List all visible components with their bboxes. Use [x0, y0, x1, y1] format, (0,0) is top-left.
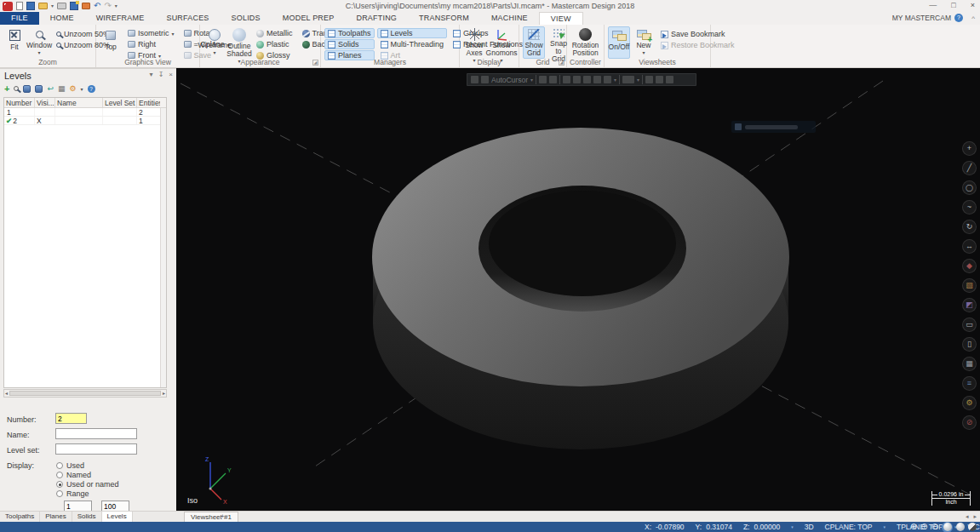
shaded-outline-icon[interactable]	[956, 523, 965, 531]
minimize-button[interactable]: —	[929, 2, 937, 9]
layers-icon[interactable]: ≡	[962, 376, 977, 391]
zip2go-icon[interactable]	[82, 3, 90, 9]
gear-icon[interactable]: ⚙	[962, 396, 977, 410]
radio-range[interactable]: Range	[56, 489, 89, 498]
customize-toolbar-icon[interactable]: ▾	[115, 3, 117, 9]
overlay-icon[interactable]	[604, 76, 611, 83]
tab-scroll-right-icon[interactable]: ▸	[973, 512, 977, 522]
rotation-position-button[interactable]: Rotation Position	[570, 26, 600, 59]
circle-icon[interactable]: ◯	[962, 180, 977, 195]
scroll-right-icon[interactable]: ▸	[163, 391, 165, 396]
grid-dialog-launcher-icon[interactable]: ◢	[559, 60, 565, 66]
panel-tab-levels[interactable]: Levels	[102, 512, 133, 522]
gear-dropdown-icon[interactable]: ▾	[81, 86, 83, 92]
help-icon[interactable]: ?	[954, 14, 963, 22]
y-coordinate[interactable]: Y:0.31074	[696, 523, 732, 531]
save-bookmark-button[interactable]: Save Bookmark	[657, 29, 738, 39]
horizontal-scrollbar[interactable]: ◂ ▸	[3, 389, 167, 398]
wireframe-button[interactable]: Wireframe▾	[203, 26, 226, 59]
tab-scroll-left-icon[interactable]: ◂	[966, 512, 969, 522]
restore-button[interactable]: □	[951, 2, 955, 9]
tab-solids[interactable]: SOLIDS	[221, 12, 272, 25]
overlay-icon[interactable]	[481, 76, 489, 83]
radio-used[interactable]: Used	[56, 461, 84, 470]
hidden-wireframe-globe-icon[interactable]: ⊕	[920, 523, 927, 531]
print-icon[interactable]	[57, 3, 66, 9]
wireframe-globe-icon[interactable]: ⊕	[910, 523, 917, 531]
overlay-icon[interactable]	[471, 76, 479, 83]
new-viewsheet-button[interactable]: + New▾	[633, 26, 655, 59]
cplane-selector[interactable]: CPLANE: TOP	[825, 523, 873, 531]
viewsheets-onoff-button[interactable]: On/Off	[608, 26, 630, 59]
ribbon-collapse-icon[interactable]: ^	[971, 14, 975, 22]
rotate-icon[interactable]: ↻	[962, 220, 977, 234]
metallic-button[interactable]: Metallic	[253, 28, 296, 38]
panel-tab-toolpaths[interactable]: Toolpaths	[0, 512, 40, 522]
mode-2d3d-toggle[interactable]: 3D	[805, 523, 814, 531]
overlay-icon[interactable]	[656, 76, 663, 83]
material-icon[interactable]: ▧	[962, 278, 977, 293]
panel-menu-icon[interactable]: ▾	[150, 72, 153, 78]
dimension-icon[interactable]: ↔	[962, 239, 977, 254]
my-mastercam[interactable]: MY MASTERCAM ?	[892, 14, 963, 22]
disable-icon[interactable]: ⊘	[962, 415, 977, 430]
add-icon[interactable]: +	[962, 141, 977, 156]
save-icon[interactable]	[26, 2, 35, 10]
x-coordinate[interactable]: X:-0.07890	[645, 523, 685, 531]
level-set-input[interactable]	[55, 443, 137, 455]
fit-button[interactable]: Fit	[3, 26, 26, 59]
overlay-icon[interactable]	[549, 76, 557, 83]
viewport-canvas[interactable]: Z Y X	[176, 68, 980, 511]
graphics-viewport[interactable]: Z Y X AutoCursor ▾ ▾ ▾ + ╱	[176, 68, 980, 511]
add-viewsheet-button[interactable]: +	[216, 512, 229, 522]
autocursor-dropdown-icon[interactable]: ▾	[530, 77, 533, 83]
tab-drafting[interactable]: DRAFTING	[345, 12, 408, 25]
level-column-icon[interactable]	[35, 85, 43, 93]
show-grid-button[interactable]: Show Grid	[523, 26, 545, 59]
levels-manager-button[interactable]: Levels	[377, 28, 448, 38]
spline-icon[interactable]: ~	[962, 200, 977, 215]
overlay-icon[interactable]	[573, 76, 581, 83]
autocursor-overlay-toolbar[interactable]: AutoCursor ▾ ▾ ▾	[467, 73, 696, 86]
gem-icon[interactable]: ◆	[962, 259, 977, 273]
save-as-icon[interactable]	[70, 2, 78, 10]
z-coordinate[interactable]: Z:0.00000	[743, 523, 780, 531]
tab-surfaces[interactable]: SURFACES	[155, 12, 220, 25]
analyze-icon[interactable]: ╱	[962, 161, 977, 175]
tab-view[interactable]: VIEW	[539, 12, 583, 25]
table-row[interactable]: 1 2	[4, 108, 166, 117]
close-button[interactable]: ×	[971, 2, 975, 9]
radio-named[interactable]: Named	[56, 471, 91, 479]
tab-file[interactable]: FILE	[0, 12, 39, 25]
caret-icon[interactable]: ▾	[791, 524, 794, 529]
outline-globe-icon[interactable]: ⊖	[931, 523, 938, 531]
table-row[interactable]: ✔2 X 1	[4, 117, 166, 125]
overlay-icon[interactable]	[622, 76, 634, 83]
plastic-button[interactable]: Plastic	[253, 39, 296, 49]
display-options-icon[interactable]: ▦	[58, 85, 66, 93]
panel-tab-planes[interactable]: Planes	[40, 512, 72, 522]
open-dropdown-icon[interactable]: ▾	[51, 3, 54, 9]
multi-threading-manager-button[interactable]: Multi-Threading	[377, 39, 448, 49]
shaded-mode-active-icon[interactable]	[942, 522, 953, 532]
cube-icon[interactable]: ◩	[962, 298, 977, 312]
overlay-icon[interactable]	[583, 76, 591, 83]
backside-shade-icon[interactable]	[968, 523, 977, 531]
appearance-dialog-launcher-icon[interactable]: ◢	[312, 60, 318, 66]
panel-pin-icon[interactable]: ↧	[158, 72, 164, 78]
scroll-left-icon[interactable]: ◂	[5, 391, 8, 396]
settings-gear-icon[interactable]: ⚙	[70, 85, 77, 93]
new-file-icon[interactable]	[16, 2, 23, 10]
viewsheet-tab[interactable]: Viewsheet #1	[184, 512, 238, 522]
tab-wireframe[interactable]: WIREFRAME	[85, 12, 156, 25]
level-column-icon[interactable]	[23, 85, 31, 93]
toolpaths-manager-button[interactable]: Toolpaths	[324, 28, 375, 38]
right-view-button[interactable]: Right	[124, 39, 178, 49]
show-gnomons-button[interactable]: Show Gnomons▾	[488, 26, 515, 59]
vertical-scrollbar[interactable]	[160, 108, 166, 387]
top-view-button[interactable]: Top	[100, 26, 122, 59]
solids-manager-button[interactable]: Solids	[324, 39, 375, 49]
name-input[interactable]	[55, 428, 137, 439]
dotted-grid-icon[interactable]: ▦	[962, 357, 977, 371]
table-header[interactable]: Number Visi... ^ Name Level Set Entities	[4, 98, 166, 108]
